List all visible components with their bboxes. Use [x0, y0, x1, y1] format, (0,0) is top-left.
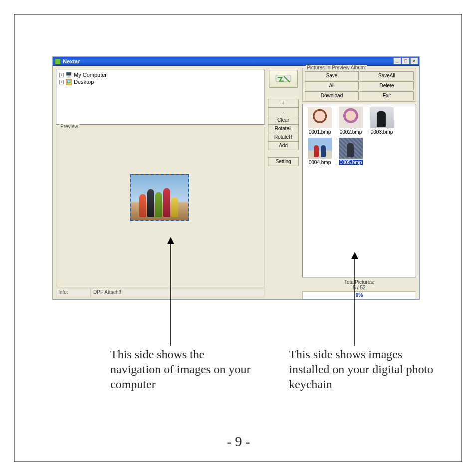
thumbnail-label: 0005.bmp: [339, 160, 363, 165]
total-pictures: TotalPictures: 5 / 52: [302, 279, 416, 290]
center-toolbar: + - Clear RotateL RotateR Add Setting: [267, 69, 299, 166]
clear-button[interactable]: Clear: [268, 116, 299, 125]
device-icon: [274, 73, 292, 85]
folder-tree[interactable]: + 🖥️ My Computer + 🖼️ Desktop: [56, 69, 264, 125]
setting-button[interactable]: Setting: [268, 157, 299, 166]
rotate-left-button[interactable]: RotateL: [268, 124, 299, 133]
desktop-icon: 🖼️: [65, 79, 72, 85]
album-label: Pictures In Preview Album:: [306, 65, 367, 70]
preview-panel: Preview: [56, 127, 264, 287]
all-button[interactable]: All: [305, 81, 359, 90]
app-icon: [55, 58, 61, 64]
zoom-in-button[interactable]: +: [268, 99, 299, 108]
preview-figure: [163, 188, 170, 217]
thumbnail-label: 0001.bmp: [309, 129, 331, 135]
progress-text: 0%: [356, 292, 363, 298]
rotate-right-button[interactable]: RotateR: [268, 133, 299, 142]
computer-icon: 🖥️: [65, 72, 72, 78]
tree-item-label: My Computer: [74, 72, 107, 78]
close-button[interactable]: ×: [410, 57, 418, 64]
preview-figure: [171, 197, 178, 217]
thumbnail-image: [339, 107, 363, 128]
page-number: - 9 -: [14, 434, 463, 450]
preview-figure: [139, 194, 146, 217]
window-title: Nextar: [63, 58, 80, 64]
thumbnail[interactable]: 0001.bmp: [306, 107, 334, 135]
minimize-button[interactable]: _: [393, 57, 401, 64]
thumbnail[interactable]: 0003.bmp: [368, 107, 396, 135]
status-label: Info:: [56, 288, 91, 297]
delete-button[interactable]: Delete: [360, 81, 414, 90]
tree-item-my-computer[interactable]: + 🖥️ My Computer: [58, 71, 262, 78]
progress-bar: 0%: [302, 291, 416, 299]
thumbnail[interactable]: 0002.bmp: [337, 107, 365, 135]
thumbnail-grid: 0001.bmp 0002.bmp 0003.bmp 0004.bmp 0005…: [306, 107, 413, 165]
status-text: DPF Attach!!: [91, 288, 264, 297]
expand-icon[interactable]: +: [59, 73, 64, 77]
thumbnail-image: [308, 138, 332, 159]
thumbnail-image: [339, 138, 363, 159]
total-value: 5 / 52: [302, 285, 416, 290]
maximize-button[interactable]: □: [402, 57, 410, 64]
total-label: TotalPictures:: [302, 279, 416, 285]
thumbnail-image: [370, 107, 394, 128]
download-button[interactable]: Download: [305, 91, 359, 100]
preview-image[interactable]: [130, 174, 189, 221]
status-bar: Info: DPF Attach!!: [56, 288, 264, 297]
thumbnail-image: [308, 107, 332, 128]
add-button[interactable]: Add: [268, 141, 299, 150]
save-all-button[interactable]: SaveAll: [360, 71, 414, 80]
app-window: Nextar _ □ × + 🖥️ My Computer + 🖼️ Deskt…: [52, 56, 420, 300]
exit-button[interactable]: Exit: [360, 91, 414, 100]
window-controls: _ □ ×: [393, 57, 418, 64]
annotation-right: This side shows images installed on your…: [289, 347, 434, 392]
tree-item-desktop[interactable]: + 🖼️ Desktop: [58, 78, 262, 85]
page-frame: Nextar _ □ × + 🖥️ My Computer + 🖼️ Deskt…: [14, 14, 462, 462]
thumbnail-label: 0002.bmp: [340, 129, 362, 135]
thumbnail-selected[interactable]: 0005.bmp: [337, 138, 365, 165]
preview-figure: [155, 192, 162, 217]
thumbnail-label: 0004.bmp: [309, 160, 331, 165]
expand-icon[interactable]: +: [59, 80, 64, 84]
thumbnail-label: 0003.bmp: [371, 129, 393, 135]
annotation-left: This side shows the navigation of images…: [110, 347, 255, 392]
save-button[interactable]: Save: [305, 71, 359, 80]
preview-figure: [147, 189, 154, 217]
preview-label: Preview: [59, 124, 79, 129]
album-controls: Pictures In Preview Album: Save SaveAll …: [302, 68, 416, 102]
thumbnail-panel[interactable]: 0001.bmp 0002.bmp 0003.bmp 0004.bmp 0005…: [302, 104, 416, 277]
tree-item-label: Desktop: [74, 79, 94, 85]
thumbnail[interactable]: 0004.bmp: [306, 138, 334, 165]
connect-device-button[interactable]: [269, 70, 298, 88]
zoom-out-button[interactable]: -: [268, 107, 299, 116]
